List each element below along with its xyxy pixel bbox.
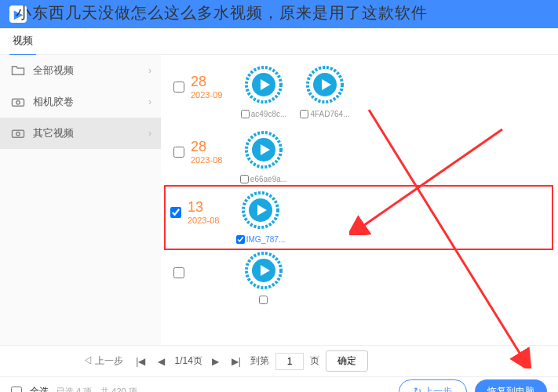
thumb-row: IMG_787... — [235, 191, 286, 244]
thumb-row — [238, 252, 290, 304]
select-all-checkbox[interactable] — [11, 387, 22, 393]
group-checkbox[interactable] — [173, 82, 184, 93]
sidebar-item-1[interactable]: 相机胶卷› — [0, 86, 161, 118]
group-checkbox[interactable] — [173, 267, 184, 278]
page-unit: 页 — [310, 354, 319, 368]
overlay-caption: 小东西几天没做怎么这么多水视频，原来是用了这款软件 — [16, 2, 428, 24]
page-next-icon[interactable]: ▶ — [209, 354, 222, 368]
svg-point-1 — [16, 101, 20, 105]
group-date: 282023-09 — [191, 74, 238, 100]
file-checkbox[interactable] — [259, 296, 268, 304]
chevron-right-icon: › — [148, 96, 151, 107]
sidebar-item-0[interactable]: 全部视频› — [0, 55, 161, 86]
date-group: 282023-09ac49c8c...4FAD764... — [170, 60, 549, 125]
sidebar-label: 其它视频 — [33, 126, 74, 140]
select-all-label: 全选 — [30, 385, 49, 392]
video-thumb[interactable]: 4FAD764... — [299, 66, 351, 118]
page-info: 1/14页 — [174, 354, 202, 368]
goto-label: 到第 — [250, 354, 269, 368]
action-bar: 全选 已选 4 项，共 420 项 ↻ 上一步 恢复到电脑 — [0, 376, 558, 392]
svg-rect-2 — [13, 130, 24, 137]
date-group: 282023-08e66ae9a... — [170, 125, 549, 190]
file-name: 4FAD764... — [310, 110, 349, 118]
page-first-icon[interactable]: |◀ — [133, 354, 148, 368]
pagination-bar: ◁ 上一步 |◀ ◀ 1/14页 ▶ ▶| 到第 页 确定 — [0, 345, 558, 376]
sidebar-label: 相机胶卷 — [33, 95, 74, 109]
video-thumb[interactable]: IMG_787... — [235, 191, 286, 244]
svg-rect-0 — [13, 99, 24, 106]
file-name: IMG_787... — [246, 235, 285, 244]
sidebar-item-2[interactable]: 其它视频› — [0, 118, 161, 149]
back-button[interactable]: ↻ 上一步 — [399, 379, 467, 392]
file-checkbox[interactable] — [300, 110, 308, 118]
sidebar-label: 全部视频 — [33, 64, 74, 78]
date-group — [170, 245, 549, 310]
page-last-icon[interactable]: ▶| — [228, 354, 244, 368]
file-checkbox[interactable] — [240, 175, 249, 183]
page-jump-input[interactable] — [275, 353, 304, 370]
chevron-right-icon: › — [148, 65, 151, 76]
group-date: 132023-08 — [188, 199, 235, 225]
group-checkbox[interactable] — [173, 147, 184, 158]
date-group: 132023-08IMG_787... — [164, 185, 553, 250]
page-go-button[interactable]: 确定 — [326, 350, 368, 372]
video-thumb[interactable]: e66ae9a... — [238, 131, 290, 183]
group-date: 282023-08 — [191, 139, 238, 165]
page-prev-icon[interactable]: ◀ — [155, 354, 168, 368]
selection-info: 已选 4 项，共 420 项 — [57, 386, 137, 392]
tab-row: 视频 — [0, 28, 558, 55]
sidebar: 全部视频›相机胶卷›其它视频› — [0, 55, 161, 345]
file-checkbox[interactable] — [236, 235, 245, 244]
main-area: 全部视频›相机胶卷›其它视频› 282023-09ac49c8c...4FAD7… — [0, 55, 558, 345]
file-name: ac49c8c... — [251, 110, 287, 118]
content-area[interactable]: 282023-09ac49c8c...4FAD764...282023-08e6… — [161, 55, 558, 345]
thumb-row: ac49c8c...4FAD764... — [238, 66, 351, 118]
group-checkbox[interactable] — [170, 207, 181, 218]
file-name: e66ae9a... — [250, 175, 287, 183]
recover-button[interactable]: 恢复到电脑 — [475, 379, 547, 392]
file-checkbox[interactable] — [241, 110, 250, 118]
chevron-right-icon: › — [148, 128, 151, 139]
video-thumb[interactable]: ac49c8c... — [238, 66, 290, 118]
svg-point-3 — [16, 132, 20, 136]
prev-step-link[interactable]: ◁ 上一步 — [80, 353, 126, 369]
video-thumb[interactable] — [238, 252, 290, 304]
thumb-row: e66ae9a... — [238, 131, 290, 183]
tab-video[interactable]: 视频 — [9, 27, 36, 56]
